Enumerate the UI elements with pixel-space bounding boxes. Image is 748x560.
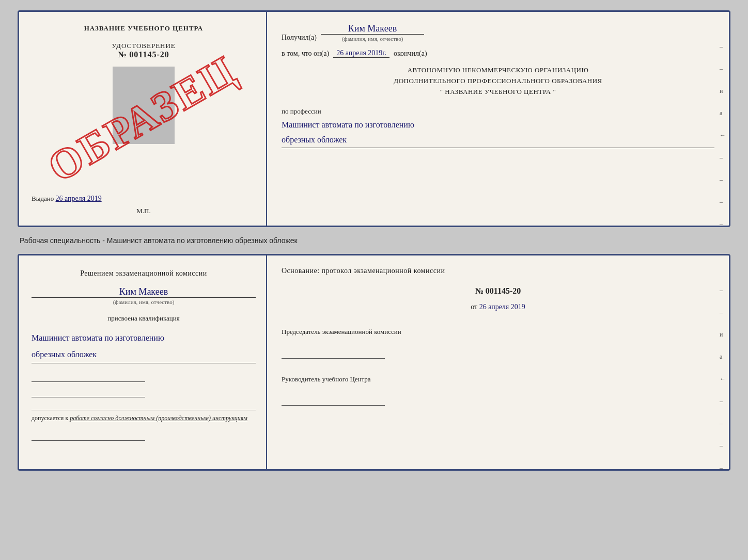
- profession-written: Машинист автомата по изготовлению обрезн…: [282, 118, 714, 148]
- bottom-certificate: Решением экзаменационной комиссии Ким Ма…: [18, 254, 730, 471]
- protocol-date-value: 26 апреля 2019: [479, 303, 525, 311]
- photo-placeholder: [113, 67, 175, 144]
- qualification-written: Машинист автомата по изготовлению обрезн…: [32, 330, 256, 363]
- director-sig-line: [282, 395, 385, 406]
- top-center-title: НАЗВАНИЕ УЧЕБНОГО ЦЕНТРА: [84, 24, 204, 33]
- received-prefix: Получил(а): [282, 34, 317, 42]
- top-cert-left: НАЗВАНИЕ УЧЕБНОГО ЦЕНТРА УДОСТОВЕРЕНИЕ №…: [19, 12, 267, 226]
- issued-line: Выдано 26 апреля 2019: [32, 179, 256, 203]
- allowed-label: допускается к: [32, 414, 68, 422]
- top-cert-right: Получил(а) Ким Макеев (фамилия, имя, отч…: [267, 12, 729, 226]
- side-marks-top: – – и а ← – – – –: [720, 43, 726, 227]
- issued-date: 26 апреля 2019: [56, 195, 102, 202]
- profession-line1: Машинист автомата по изготовлению: [282, 120, 414, 129]
- org-line2: ДОПОЛНИТЕЛЬНОГО ПРОФЕССИОНАЛЬНОГО ОБРАЗО…: [282, 76, 714, 87]
- cert-number: № 001145-20: [112, 50, 176, 59]
- director-label: Руководитель учебного Центра: [282, 374, 714, 385]
- qual-line1: Машинист автомата по изготовлению: [32, 333, 164, 342]
- protocol-date: от 26 апреля 2019: [282, 303, 714, 311]
- osnov-title: Основание: протокол экзаменационной коми…: [282, 267, 714, 275]
- sig-line-2: [32, 387, 145, 397]
- fio-sublabel: (фамилия, имя, отчество): [321, 36, 424, 42]
- received-line: Получил(а) Ким Макеев (фамилия, имя, отч…: [282, 23, 714, 42]
- bottom-sig-lines: [32, 372, 256, 397]
- director-block: Руководитель учебного Центра: [282, 374, 714, 406]
- profession-block: по профессии Машинист автомата по изгото…: [282, 107, 714, 148]
- org-line1: АВТОНОМНУЮ НЕКОММЕРЧЕСКУЮ ОРГАНИЗАЦИЮ: [282, 65, 714, 76]
- date-from-prefix: от: [471, 303, 477, 311]
- recipient-name: Ким Макеев: [321, 23, 424, 35]
- bottom-cert-left: Решением экзаменационной комиссии Ким Ма…: [19, 255, 267, 469]
- person-name: Ким Макеев: [32, 286, 256, 298]
- person-name-block: Ким Макеев (фамилия, имя, отчество): [32, 286, 256, 305]
- sig-line-1: [32, 372, 145, 382]
- received-block: Получил(а) Ким Макеев (фамилия, имя, отч…: [282, 23, 714, 42]
- profession-line2: обрезных обложек: [282, 135, 347, 144]
- date-prefix: в том, что он(а): [282, 50, 329, 58]
- side-marks-bottom: – – и а ← – – – –: [720, 286, 726, 471]
- decision-text: Решением экзаменационной комиссии: [32, 268, 256, 279]
- mp-label: М.П.: [136, 207, 150, 215]
- sig-line-allowed: [32, 430, 145, 441]
- profession-label: по профессии: [282, 107, 714, 116]
- top-cert-number-block: УДОСТОВЕРЕНИЕ № 001145-20: [112, 42, 176, 59]
- udostoverenie-label: УДОСТОВЕРЕНИЕ: [112, 42, 176, 50]
- date-line: в том, что он(а) 26 апреля 2019г. окончи…: [282, 49, 714, 58]
- chairman-sig-line: [282, 348, 385, 359]
- chairman-block: Председатель экзаменационной комиссии: [282, 327, 714, 359]
- allowed-text: работе согласно должностным (производств…: [70, 414, 247, 422]
- date-value: 26 апреля 2019г.: [333, 49, 389, 58]
- date-suffix: окончил(а): [394, 50, 427, 58]
- caption-line: Рабочая специальность - Машинист автомат…: [18, 236, 730, 245]
- issued-prefix: Выдано: [32, 195, 54, 202]
- top-certificate: НАЗВАНИЕ УЧЕБНОГО ЦЕНТРА УДОСТОВЕРЕНИЕ №…: [18, 10, 730, 227]
- org-line3: " НАЗВАНИЕ УЧЕБНОГО ЦЕНТРА ": [282, 87, 714, 98]
- fio-sublabel-bottom: (фамилия, имя, отчество): [32, 299, 256, 305]
- qualification-label: присвоена квалификация: [32, 314, 256, 323]
- chairman-label: Председатель экзаменационной комиссии: [282, 327, 714, 337]
- bottom-cert-right: Основание: протокол экзаменационной коми…: [267, 255, 729, 469]
- protocol-number: № 001145-20: [282, 286, 714, 296]
- allowed-line: допускается к работе согласно должностны…: [32, 410, 256, 422]
- org-block: АВТОНОМНУЮ НЕКОММЕРЧЕСКУЮ ОРГАНИЗАЦИЮ ДО…: [282, 65, 714, 97]
- qual-line2: обрезных обложек: [32, 350, 97, 359]
